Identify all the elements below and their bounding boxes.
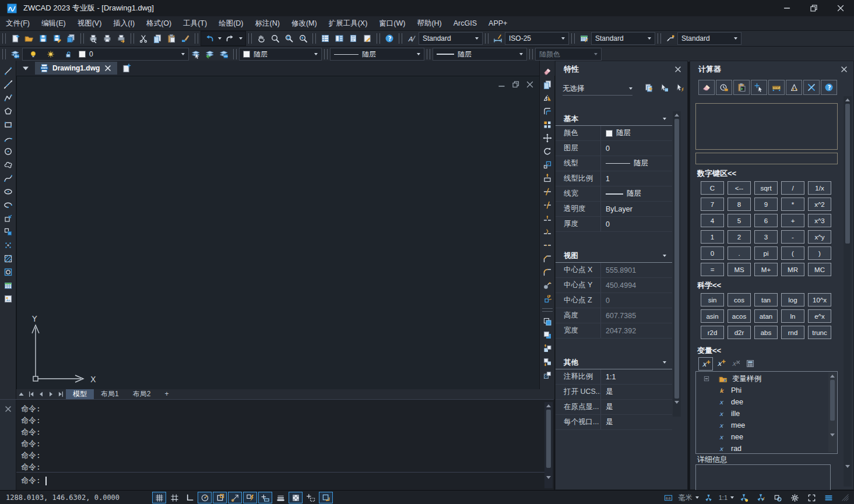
menu-item[interactable]: ArcGIS [448,16,483,30]
menu-item[interactable]: 视图(V) [72,16,108,30]
calc-key[interactable]: = [701,263,724,276]
calculator-input-field[interactable] [695,153,838,164]
variable-item[interactable]: xrad [700,443,837,454]
calc-function-key[interactable]: log [781,293,804,306]
calc-key[interactable]: - [781,230,804,244]
calc-function-key[interactable]: trunc [808,326,831,339]
new-file-button[interactable] [8,31,22,45]
help-button[interactable]: ? [382,31,396,45]
calc-function-key[interactable]: cos [728,293,751,306]
rotate-tool[interactable] [540,144,554,158]
trim-tool[interactable] [540,185,554,198]
calc-key[interactable]: 7 [701,198,724,211]
paste-button[interactable] [164,31,178,45]
zoom-realtime-button[interactable] [268,31,282,45]
snap-toggle[interactable] [167,492,181,503]
variable-item[interactable]: xnee [700,431,837,443]
calc-key[interactable]: pi [754,246,778,260]
property-value-cell[interactable]: 1 [600,171,672,186]
document-tab[interactable]: DWG Drawing1.dwg [35,62,117,75]
property-value-cell[interactable]: 450.4994 [600,278,672,292]
property-value-cell[interactable]: 0 [600,217,672,231]
batch-plot-button[interactable] [114,31,128,45]
layer-freeze-icon[interactable] [44,47,58,61]
chevron-down-icon[interactable] [695,496,699,499]
command-close-button[interactable] [1,402,15,416]
copy-object-tool[interactable] [540,77,554,91]
calc-key[interactable]: 0 [701,246,724,260]
calc-history-button[interactable] [716,80,732,95]
calc-key[interactable]: MS [728,263,751,276]
object-snap-toggle[interactable] [213,492,227,503]
layout-up-button[interactable] [16,390,26,399]
mleader-style-dropdown[interactable]: Standard [677,32,741,45]
move-tool[interactable] [540,131,554,144]
selection-filter-dropdown[interactable]: 无选择 [563,82,632,96]
fillet-tool[interactable] [540,265,554,279]
dynamic-ucs-toggle[interactable] [304,492,318,503]
calc-key[interactable]: x^2 [808,198,831,211]
calc-key[interactable]: 1 [701,230,724,244]
send-to-back-tool[interactable] [540,328,554,341]
quick-select-button[interactable] [642,81,656,95]
property-value-cell[interactable]: 607.7385 [600,308,672,323]
calc-key[interactable]: 8 [728,198,751,211]
layout-tab[interactable]: 布局2 [126,389,158,399]
calc-clear-button[interactable] [698,80,715,95]
make-block-tool[interactable] [1,225,15,238]
properties-close-button[interactable] [673,65,683,74]
property-value-cell[interactable]: 是 [600,400,672,414]
numpad-section-title[interactable]: 数字键区<< [690,168,736,179]
layout-add-tab-button[interactable]: + [157,389,175,399]
erase-tool[interactable] [540,64,554,77]
save-file-button[interactable] [36,31,50,45]
lineweight-dropdown[interactable]: 随层 [433,48,527,61]
property-value-cell[interactable]: 555.8901 [600,263,672,277]
menu-item[interactable]: APP+ [483,16,513,30]
region-tool[interactable] [1,265,15,279]
dim-style-dropdown[interactable]: ISO-25 [505,32,569,45]
undo-dropdown[interactable] [216,31,223,45]
stretch-tool[interactable] [540,171,554,185]
arc-tool[interactable] [1,131,15,144]
grid-toggle[interactable] [152,492,166,503]
annotation-monitor-toggle[interactable] [319,492,333,503]
undo-button[interactable] [202,31,216,45]
selection-preview-button[interactable] [771,491,785,504]
calc-key[interactable]: . [728,246,751,260]
document-minimize-button[interactable] [497,80,507,89]
settings-button[interactable] [788,491,802,504]
variables-scrollbar[interactable] [828,372,837,452]
section-header[interactable]: 其他 [556,356,672,369]
auto-annotation-button[interactable] [754,491,768,504]
property-value-cell[interactable]: 随层 [600,186,672,201]
calculator-close-button[interactable] [839,65,849,74]
open-file-button[interactable] [22,31,36,45]
polygon-tool[interactable] [1,104,15,118]
calc-key[interactable]: <-- [728,181,751,195]
menu-item[interactable]: 文件(F) [0,16,36,30]
table-tool[interactable] [1,279,15,292]
rectangle-tool[interactable] [1,118,15,131]
collapse-icon[interactable] [700,372,714,386]
calc-function-key[interactable]: ln [781,309,804,323]
plot-style-dropdown[interactable]: 随颜色 [535,48,602,61]
markup-button[interactable] [360,31,374,45]
section-header[interactable]: 基本 [556,112,672,126]
calc-key[interactable]: C [701,181,724,195]
table-style-dropdown[interactable]: Standard [591,32,655,45]
variables-section-title[interactable]: 变量<< [690,346,721,356]
array-tool[interactable] [540,118,554,131]
calc-key[interactable]: M+ [754,263,778,276]
transparency-toggle[interactable] [289,492,303,503]
document-close-button[interactable] [525,80,535,89]
hatch-tool[interactable] [1,252,15,265]
layout-tab[interactable]: 模型 [66,389,94,399]
edit-variable-button[interactable]: x [714,357,728,369]
calc-help-button[interactable]: ? [821,80,837,95]
calc-function-key[interactable]: abs [754,326,778,339]
variable-item[interactable]: xdee [700,396,837,408]
hatch-to-back-tool[interactable] [540,368,554,382]
calc-key[interactable]: ) [808,246,831,260]
calc-key[interactable]: 3 [754,230,778,244]
